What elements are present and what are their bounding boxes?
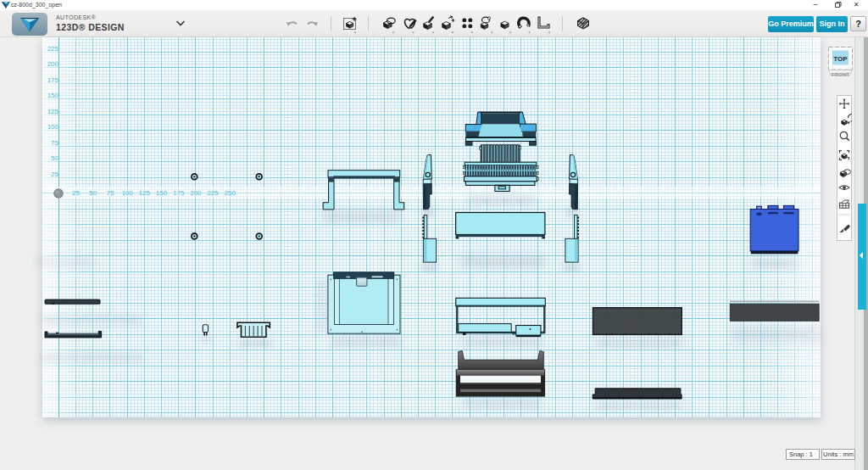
svg-text:FRONT: FRONT — [832, 71, 850, 76]
svg-text:TOP: TOP — [833, 55, 848, 63]
